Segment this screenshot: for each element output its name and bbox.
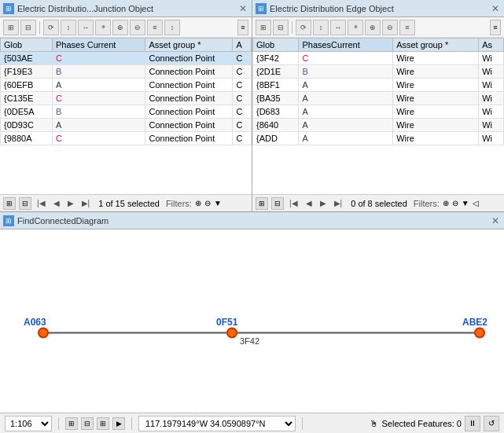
left-toolbar-menu[interactable]: ≡ xyxy=(237,20,248,35)
left-table-row[interactable]: {0DE5A B Connection Point C xyxy=(1,105,252,119)
scale-dropdown[interactable]: 1:106 xyxy=(5,416,52,431)
right-toolbar-btn-6[interactable]: ⌖ xyxy=(348,20,363,35)
node-0f51-label: 0F51 xyxy=(216,317,238,328)
footer-sep-1 xyxy=(58,417,59,430)
left-status-btn-2[interactable]: ⊟ xyxy=(19,197,31,210)
footer-nav-btn-4[interactable]: ▶ xyxy=(112,417,125,430)
bottom-panel-close-button[interactable]: ✕ xyxy=(490,215,501,226)
left-panel-close-button[interactable]: ✕ xyxy=(237,3,248,14)
right-toolbar-btn-3[interactable]: ⟳ xyxy=(296,20,311,35)
right-filter-icon-1[interactable]: ⊕ xyxy=(443,199,449,207)
edge-label: 3F42 xyxy=(240,336,259,346)
footer-sep-2 xyxy=(131,417,132,430)
left-panel-icon: ⊞ xyxy=(3,3,14,14)
toolbar-sep-1 xyxy=(39,21,40,34)
right-cell-extra: Wi xyxy=(479,79,504,92)
toolbar-btn-1[interactable]: ⊞ xyxy=(3,20,19,35)
left-col-glob[interactable]: Glob xyxy=(1,39,53,52)
right-nav-last[interactable]: ▶| xyxy=(332,198,345,208)
footer-nav-btn-3[interactable]: ⊞ xyxy=(97,417,109,430)
toolbar-btn-9[interactable]: ≡ xyxy=(147,20,163,35)
right-status-btn-2[interactable]: ⊟ xyxy=(271,197,284,210)
left-statusbar: ⊞ ⊟ |◀ ◀ ▶ ▶| 1 of 15 selected Filters: … xyxy=(0,194,252,211)
coords-select[interactable]: 117.1979149°W 34.0590897°N xyxy=(138,416,296,431)
left-filter-icon-1[interactable]: ⊕ xyxy=(195,199,201,207)
left-cell-extra: C xyxy=(233,65,252,79)
right-table-row[interactable]: {BA35 A Wire Wi xyxy=(253,92,504,105)
left-status-btn-1[interactable]: ⊞ xyxy=(3,197,16,210)
right-table-row[interactable]: {8BF1 A Wire Wi xyxy=(253,79,504,92)
right-table-row[interactable]: {D683 A Wire Wi xyxy=(253,105,504,119)
left-col-asset[interactable]: Asset group * xyxy=(145,39,233,52)
right-toolbar-btn-1[interactable]: ⊞ xyxy=(256,20,271,35)
toolbar-btn-5[interactable]: ↔ xyxy=(78,20,94,35)
footer-statusbar: 1:106 ⊞ ⊟ ⊞ ▶ 117.1979149°W 34.0590897°N… xyxy=(0,413,504,433)
right-toolbar-btn-7[interactable]: ⊕ xyxy=(365,20,381,35)
toolbar-btn-7[interactable]: ⊕ xyxy=(112,20,128,35)
toolbar-btn-8[interactable]: ⊖ xyxy=(130,20,145,35)
left-nav-last[interactable]: ▶| xyxy=(79,198,93,208)
left-cell-id: {9880A xyxy=(1,132,53,145)
right-toolbar-menu[interactable]: ≡ xyxy=(490,20,501,35)
right-cell-asset: Wire xyxy=(393,105,479,119)
right-filter-icon-2[interactable]: ⊖ xyxy=(452,199,458,207)
footer-nav-btn-1[interactable]: ⊞ xyxy=(65,417,78,430)
left-col-phases[interactable]: Phases Current xyxy=(52,39,145,52)
toolbar-btn-10[interactable]: ↕ xyxy=(164,20,180,35)
left-nav-prev[interactable]: ◀ xyxy=(51,198,62,208)
left-nav-next[interactable]: ▶ xyxy=(65,198,76,208)
right-panel-close-button[interactable]: ✕ xyxy=(490,3,501,14)
right-table-row[interactable]: {2D1E B Wire Wi xyxy=(253,65,504,79)
right-col-glob[interactable]: Glob xyxy=(253,39,299,52)
right-toolbar-btn-9[interactable]: ≡ xyxy=(399,20,415,35)
left-col-extra[interactable]: A xyxy=(233,39,252,52)
right-toolbar-btn-5[interactable]: ↔ xyxy=(330,20,346,35)
right-status-btn-1[interactable]: ⊞ xyxy=(256,197,268,210)
right-table-row[interactable]: {8640 A Wire Wi xyxy=(253,119,504,132)
toolbar-btn-4[interactable]: ↕ xyxy=(61,20,76,35)
bottom-panel-icon: ⊞ xyxy=(3,215,14,226)
left-table-row[interactable]: {F19E3 B Connection Point C xyxy=(1,65,252,79)
footer-nav-btn-2[interactable]: ⊟ xyxy=(81,417,94,430)
left-table-row[interactable]: {60EFB A Connection Point C xyxy=(1,79,252,92)
right-cell-asset: Wire xyxy=(393,79,479,92)
toolbar-btn-3[interactable]: ⟳ xyxy=(43,20,59,35)
right-table-row[interactable]: {3F42 C Wire Wi xyxy=(253,52,504,65)
right-nav-next[interactable]: ▶ xyxy=(318,198,329,208)
pause-button[interactable]: ⏸ xyxy=(465,416,480,431)
right-panel: ⊞ Electric Distribution Edge Object ✕ ⊞ … xyxy=(252,0,504,211)
left-nav-first[interactable]: |◀ xyxy=(35,198,48,208)
right-cell-phase: A xyxy=(299,92,393,105)
bottom-panel-title: FindConnectedDiagram xyxy=(17,216,487,226)
right-filter-extra[interactable]: ◁ xyxy=(473,199,479,207)
right-cell-asset: Wire xyxy=(393,65,479,79)
left-filter-icon-2[interactable]: ⊖ xyxy=(204,199,211,207)
right-table-container: Glob PhasesCurrent Asset group * As {3F4… xyxy=(252,38,504,194)
right-toolbar-btn-8[interactable]: ⊖ xyxy=(382,20,398,35)
left-table-row[interactable]: {C135E C Connection Point C xyxy=(1,92,252,105)
right-toolbar-btn-2[interactable]: ⊟ xyxy=(273,20,289,35)
right-nav-prev[interactable]: ◀ xyxy=(304,198,315,208)
node-a063 xyxy=(39,328,48,338)
right-cell-asset: Wire xyxy=(393,119,479,132)
right-col-extra[interactable]: As xyxy=(479,39,504,52)
left-table-row[interactable]: {9880A C Connection Point C xyxy=(1,132,252,145)
left-cell-phase: B xyxy=(52,65,145,79)
left-table-row[interactable]: {503AE C Connection Point C xyxy=(1,52,252,65)
right-toolbar-btn-4[interactable]: ↕ xyxy=(313,20,329,35)
left-cell-id: {60EFB xyxy=(1,79,53,92)
right-nav-first[interactable]: |◀ xyxy=(287,198,300,208)
toolbar-btn-2[interactable]: ⊟ xyxy=(20,20,36,35)
left-filter-icon-3[interactable]: ▼ xyxy=(214,199,222,207)
left-table-row[interactable]: {0D93C A Connection Point C xyxy=(1,119,252,132)
left-cell-phase: A xyxy=(52,79,145,92)
right-panel-toolbar: ⊞ ⊟ ⟳ ↕ ↔ ⌖ ⊕ ⊖ ≡ ≡ xyxy=(252,17,504,38)
right-col-phases[interactable]: PhasesCurrent xyxy=(299,39,393,52)
right-filter-icon-3[interactable]: ▼ xyxy=(462,199,469,207)
toolbar-btn-6[interactable]: ⌖ xyxy=(95,20,111,35)
right-panel-icon: ⊞ xyxy=(256,3,267,14)
right-cell-phase: C xyxy=(299,52,393,65)
right-col-asset[interactable]: Asset group * xyxy=(393,39,479,52)
right-table-row[interactable]: {ADD A Wire Wi xyxy=(253,132,504,145)
refresh-button[interactable]: ↺ xyxy=(484,416,499,431)
